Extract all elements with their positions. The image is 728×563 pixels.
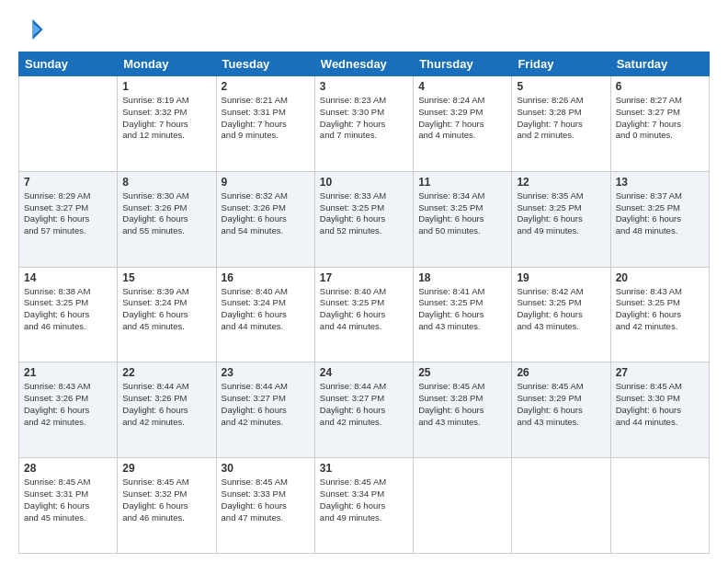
calendar-cell: 2Sunrise: 8:21 AM Sunset: 3:31 PM Daylig… <box>216 76 314 172</box>
calendar-cell: 27Sunrise: 8:45 AM Sunset: 3:30 PM Dayli… <box>610 362 709 458</box>
day-info: Sunrise: 8:37 AM Sunset: 3:25 PM Dayligh… <box>616 190 704 237</box>
day-number: 27 <box>616 366 704 379</box>
calendar-cell: 5Sunrise: 8:26 AM Sunset: 3:28 PM Daylig… <box>512 76 610 172</box>
calendar-cell: 6Sunrise: 8:27 AM Sunset: 3:27 PM Daylig… <box>610 76 709 172</box>
day-info: Sunrise: 8:41 AM Sunset: 3:25 PM Dayligh… <box>418 286 506 333</box>
header <box>18 17 710 42</box>
day-number: 14 <box>24 271 112 284</box>
calendar-cell: 3Sunrise: 8:23 AM Sunset: 3:30 PM Daylig… <box>314 76 413 172</box>
calendar-cell: 18Sunrise: 8:41 AM Sunset: 3:25 PM Dayli… <box>414 267 512 362</box>
calendar-cell <box>512 458 610 554</box>
day-number: 3 <box>320 80 408 93</box>
day-info: Sunrise: 8:45 AM Sunset: 3:29 PM Dayligh… <box>517 381 605 428</box>
calendar-cell: 22Sunrise: 8:44 AM Sunset: 3:26 PM Dayli… <box>118 362 216 458</box>
day-info: Sunrise: 8:19 AM Sunset: 3:32 PM Dayligh… <box>122 95 210 142</box>
day-number: 17 <box>320 271 408 284</box>
calendar-cell: 7Sunrise: 8:29 AM Sunset: 3:27 PM Daylig… <box>19 171 118 267</box>
day-number: 28 <box>24 462 112 475</box>
day-info: Sunrise: 8:24 AM Sunset: 3:29 PM Dayligh… <box>418 95 506 142</box>
calendar-week-row: 1Sunrise: 8:19 AM Sunset: 3:32 PM Daylig… <box>19 76 710 172</box>
calendar-cell: 28Sunrise: 8:45 AM Sunset: 3:31 PM Dayli… <box>19 458 118 554</box>
day-number: 23 <box>222 366 310 379</box>
day-info: Sunrise: 8:39 AM Sunset: 3:24 PM Dayligh… <box>122 286 210 333</box>
calendar-cell <box>414 458 512 554</box>
day-info: Sunrise: 8:43 AM Sunset: 3:26 PM Dayligh… <box>24 381 112 428</box>
day-number: 4 <box>418 80 506 93</box>
calendar-header-monday: Monday <box>118 52 216 76</box>
day-number: 1 <box>122 80 210 93</box>
calendar-cell: 8Sunrise: 8:30 AM Sunset: 3:26 PM Daylig… <box>118 171 216 267</box>
day-number: 18 <box>418 271 506 284</box>
day-number: 16 <box>222 271 310 284</box>
day-number: 15 <box>122 271 210 284</box>
calendar-cell: 9Sunrise: 8:32 AM Sunset: 3:26 PM Daylig… <box>216 171 314 267</box>
day-info: Sunrise: 8:40 AM Sunset: 3:25 PM Dayligh… <box>320 286 408 333</box>
calendar-cell: 11Sunrise: 8:34 AM Sunset: 3:25 PM Dayli… <box>414 171 512 267</box>
calendar-header-tuesday: Tuesday <box>216 52 314 76</box>
day-info: Sunrise: 8:21 AM Sunset: 3:31 PM Dayligh… <box>222 95 310 142</box>
day-info: Sunrise: 8:45 AM Sunset: 3:34 PM Dayligh… <box>320 477 408 523</box>
calendar-week-row: 21Sunrise: 8:43 AM Sunset: 3:26 PM Dayli… <box>19 362 710 458</box>
day-number: 29 <box>122 462 210 475</box>
day-number: 12 <box>517 176 605 189</box>
calendar-cell: 4Sunrise: 8:24 AM Sunset: 3:29 PM Daylig… <box>414 76 512 172</box>
day-number: 22 <box>122 366 210 379</box>
calendar-cell <box>610 458 709 554</box>
day-info: Sunrise: 8:26 AM Sunset: 3:28 PM Dayligh… <box>517 95 605 142</box>
calendar-week-row: 14Sunrise: 8:38 AM Sunset: 3:25 PM Dayli… <box>19 267 710 362</box>
day-number: 2 <box>222 80 310 93</box>
day-info: Sunrise: 8:44 AM Sunset: 3:27 PM Dayligh… <box>222 381 310 428</box>
logo <box>18 17 46 42</box>
calendar: SundayMondayTuesdayWednesdayThursdayFrid… <box>18 52 710 554</box>
day-info: Sunrise: 8:38 AM Sunset: 3:25 PM Dayligh… <box>24 286 112 333</box>
day-info: Sunrise: 8:27 AM Sunset: 3:27 PM Dayligh… <box>616 95 704 142</box>
calendar-week-row: 7Sunrise: 8:29 AM Sunset: 3:27 PM Daylig… <box>19 171 710 267</box>
day-info: Sunrise: 8:45 AM Sunset: 3:30 PM Dayligh… <box>616 381 704 428</box>
calendar-header-row: SundayMondayTuesdayWednesdayThursdayFrid… <box>19 52 710 76</box>
calendar-cell: 30Sunrise: 8:45 AM Sunset: 3:33 PM Dayli… <box>216 458 314 554</box>
day-info: Sunrise: 8:42 AM Sunset: 3:25 PM Dayligh… <box>517 286 605 333</box>
calendar-cell: 29Sunrise: 8:45 AM Sunset: 3:32 PM Dayli… <box>118 458 216 554</box>
calendar-cell: 20Sunrise: 8:43 AM Sunset: 3:25 PM Dayli… <box>610 267 709 362</box>
calendar-header-wednesday: Wednesday <box>314 52 413 76</box>
day-info: Sunrise: 8:29 AM Sunset: 3:27 PM Dayligh… <box>24 190 112 237</box>
day-number: 6 <box>616 80 704 93</box>
day-number: 13 <box>616 176 704 189</box>
calendar-cell: 23Sunrise: 8:44 AM Sunset: 3:27 PM Dayli… <box>216 362 314 458</box>
day-info: Sunrise: 8:40 AM Sunset: 3:24 PM Dayligh… <box>222 286 310 333</box>
day-number: 24 <box>320 366 408 379</box>
day-info: Sunrise: 8:44 AM Sunset: 3:26 PM Dayligh… <box>122 381 210 428</box>
day-number: 21 <box>24 366 112 379</box>
calendar-header-friday: Friday <box>512 52 610 76</box>
calendar-header-sunday: Sunday <box>19 52 118 76</box>
day-info: Sunrise: 8:30 AM Sunset: 3:26 PM Dayligh… <box>122 190 210 237</box>
day-info: Sunrise: 8:32 AM Sunset: 3:26 PM Dayligh… <box>222 190 310 237</box>
day-info: Sunrise: 8:23 AM Sunset: 3:30 PM Dayligh… <box>320 95 408 142</box>
day-number: 9 <box>222 176 310 189</box>
calendar-cell: 24Sunrise: 8:44 AM Sunset: 3:27 PM Dayli… <box>314 362 413 458</box>
day-number: 20 <box>616 271 704 284</box>
day-info: Sunrise: 8:45 AM Sunset: 3:32 PM Dayligh… <box>122 477 210 523</box>
day-info: Sunrise: 8:34 AM Sunset: 3:25 PM Dayligh… <box>418 190 506 237</box>
calendar-header-thursday: Thursday <box>414 52 512 76</box>
day-number: 7 <box>24 176 112 189</box>
calendar-cell: 1Sunrise: 8:19 AM Sunset: 3:32 PM Daylig… <box>118 76 216 172</box>
day-number: 26 <box>517 366 605 379</box>
calendar-cell: 26Sunrise: 8:45 AM Sunset: 3:29 PM Dayli… <box>512 362 610 458</box>
calendar-cell: 25Sunrise: 8:45 AM Sunset: 3:28 PM Dayli… <box>414 362 512 458</box>
day-number: 8 <box>122 176 210 189</box>
day-number: 11 <box>418 176 506 189</box>
day-info: Sunrise: 8:45 AM Sunset: 3:31 PM Dayligh… <box>24 477 112 523</box>
day-info: Sunrise: 8:45 AM Sunset: 3:28 PM Dayligh… <box>418 381 506 428</box>
calendar-cell <box>19 76 118 172</box>
calendar-cell: 10Sunrise: 8:33 AM Sunset: 3:25 PM Dayli… <box>314 171 413 267</box>
day-number: 25 <box>418 366 506 379</box>
calendar-cell: 17Sunrise: 8:40 AM Sunset: 3:25 PM Dayli… <box>314 267 413 362</box>
day-number: 19 <box>517 271 605 284</box>
calendar-cell: 31Sunrise: 8:45 AM Sunset: 3:34 PM Dayli… <box>314 458 413 554</box>
page: SundayMondayTuesdayWednesdayThursdayFrid… <box>0 0 728 563</box>
day-number: 31 <box>320 462 408 475</box>
calendar-cell: 16Sunrise: 8:40 AM Sunset: 3:24 PM Dayli… <box>216 267 314 362</box>
day-info: Sunrise: 8:33 AM Sunset: 3:25 PM Dayligh… <box>320 190 408 237</box>
calendar-cell: 14Sunrise: 8:38 AM Sunset: 3:25 PM Dayli… <box>19 267 118 362</box>
